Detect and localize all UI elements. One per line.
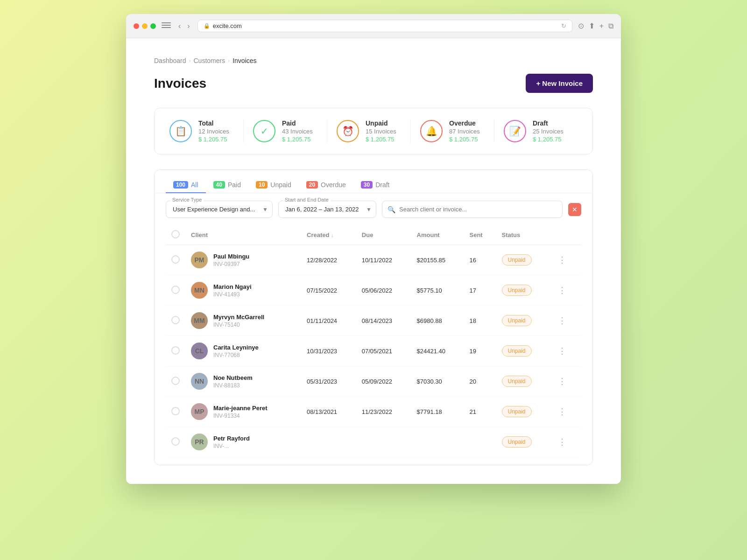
total-count: 12 Invoices (198, 128, 229, 135)
amount-cell: $5775.10 (411, 275, 464, 306)
stat-draft: 📝 Draft 25 Invoices $ 1,205.75 (494, 119, 578, 143)
service-type-select[interactable]: User Experience Design and... (166, 201, 273, 218)
tab-all[interactable]: 100 All (166, 177, 206, 193)
table-row: MM Myrvyn McGarrell INV-75140 01/11/2024… (166, 306, 581, 336)
breadcrumb: Dashboard › Customers › Invoices (154, 57, 593, 64)
sent-cell: 16 (464, 245, 496, 275)
client-name: Paul Mbingu (213, 253, 249, 260)
col-sent: Sent (464, 225, 496, 245)
tab-draft-label: Draft (375, 181, 389, 189)
client-cell: PM Paul Mbingu INV-09397 (185, 245, 301, 275)
breadcrumb-dashboard[interactable]: Dashboard (154, 57, 186, 64)
avatar: CL (191, 343, 208, 359)
lock-icon: 🔒 (204, 23, 210, 29)
search-clear-button[interactable]: ✕ (568, 203, 581, 216)
draft-label: Draft (533, 119, 564, 127)
row-menu-button[interactable]: ⋮ (556, 253, 568, 267)
row-checkbox[interactable] (171, 437, 180, 446)
sort-created-icon: ↓ (331, 232, 334, 238)
status-badge: Unpaid (502, 285, 532, 296)
status-cell: Unpaid (496, 245, 550, 275)
filter-tabs-container: 100 All 40 Paid 10 Unpaid 20 Overdue 30 (154, 169, 593, 465)
row-checkbox[interactable] (171, 255, 180, 264)
status-badge: Unpaid (502, 376, 532, 387)
row-menu-button[interactable]: ⋮ (556, 435, 568, 449)
sidebar-toggle-icon[interactable] (162, 22, 171, 30)
created-cell: 07/15/2022 (301, 275, 356, 306)
client-invoice-id: INV-09397 (213, 261, 249, 267)
overdue-amount: $ 1,205.75 (449, 136, 480, 143)
row-checkbox[interactable] (171, 346, 180, 355)
breadcrumb-customers[interactable]: Customers (194, 57, 226, 64)
tab-overdue[interactable]: 20 Overdue (299, 177, 353, 193)
client-invoice-id: INV-77068 (213, 352, 259, 358)
draft-info: Draft 25 Invoices $ 1,205.75 (533, 119, 564, 143)
total-icon: 📋 (169, 120, 192, 142)
client-name: Marion Ngayi (213, 283, 252, 290)
invoice-table: Client Created ↓ Due Amount Sent Status (166, 225, 581, 457)
breadcrumb-invoices: Invoices (233, 57, 256, 64)
client-invoice-id: INV-91334 (213, 413, 268, 419)
tab-paid[interactable]: 40 Paid (206, 177, 248, 193)
search-wrapper: 🔍 (382, 201, 563, 218)
new-tab-icon[interactable]: + (599, 22, 604, 30)
date-range-filter: Start and End Date Jan 6, 2022 – Jan 13,… (278, 201, 376, 218)
share-icon[interactable]: ⬆ (589, 21, 595, 30)
client-name: Noe Nutbeem (213, 374, 253, 381)
tabs-icon[interactable]: ⧉ (608, 22, 613, 30)
page-title: Invoices (154, 76, 206, 91)
unpaid-amount: $ 1,205.75 (366, 136, 396, 143)
service-type-filter: Service Type User Experience Design and.… (166, 201, 273, 218)
search-input[interactable] (382, 201, 563, 218)
stats-container: 📋 Total 12 Invoices $ 1,205.75 ✓ Paid 43… (154, 108, 593, 154)
address-bar[interactable]: 🔒 excite.com ↻ (197, 20, 572, 32)
filters-row: Service Type User Experience Design and.… (155, 193, 592, 225)
client-cell: PR Petr Rayford INV-... (185, 427, 301, 457)
col-checkbox (166, 225, 185, 245)
client-name: Carita Leyninye (213, 344, 259, 351)
client-invoice-id: INV-75140 (213, 322, 264, 328)
col-created[interactable]: Created ↓ (301, 225, 356, 245)
back-button[interactable]: ‹ (176, 21, 183, 31)
row-checkbox[interactable] (171, 377, 180, 385)
client-invoice-id: INV-88183 (213, 382, 253, 389)
tab-draft[interactable]: 30 Draft (353, 177, 397, 193)
refresh-icon[interactable]: ↻ (561, 22, 566, 29)
tab-unpaid[interactable]: 10 Unpaid (248, 177, 299, 193)
date-range-select[interactable]: Jan 6, 2022 – Jan 13, 2022 (278, 201, 376, 218)
maximize-button[interactable] (150, 23, 156, 29)
draft-icon: 📝 (504, 120, 526, 142)
status-badge: Unpaid (502, 345, 532, 357)
total-amount: $ 1,205.75 (198, 136, 229, 143)
tab-overdue-label: Overdue (321, 181, 346, 189)
paid-count: 43 Invoices (282, 128, 313, 135)
tab-paid-label: Paid (228, 181, 241, 189)
row-checkbox[interactable] (171, 316, 180, 324)
col-client: Client (185, 225, 301, 245)
minimize-button[interactable] (142, 23, 148, 29)
tab-all-label: All (191, 181, 198, 189)
row-menu-button[interactable]: ⋮ (556, 314, 568, 328)
row-menu-button[interactable]: ⋮ (556, 344, 568, 358)
row-menu-button[interactable]: ⋮ (556, 283, 568, 297)
tab-overdue-count: 20 (306, 181, 318, 189)
new-invoice-button[interactable]: + New Invoice (526, 74, 593, 93)
close-button[interactable] (134, 23, 139, 29)
forward-button[interactable]: › (185, 21, 191, 31)
unpaid-icon: ⏰ (337, 120, 359, 142)
history-icon[interactable]: ⊙ (578, 21, 584, 30)
traffic-lights (134, 23, 156, 29)
page-header: Invoices + New Invoice (154, 74, 593, 93)
select-all-checkbox[interactable] (171, 230, 180, 238)
row-checkbox[interactable] (171, 286, 180, 294)
avatar: PR (191, 434, 208, 450)
client-cell: NN Noe Nutbeem INV-88183 (185, 366, 301, 397)
tab-draft-count: 30 (361, 181, 373, 189)
row-menu-button[interactable]: ⋮ (556, 374, 568, 388)
col-status: Status (496, 225, 550, 245)
row-checkbox[interactable] (171, 407, 180, 415)
row-menu-button[interactable]: ⋮ (556, 405, 568, 419)
col-actions (550, 225, 581, 245)
row-checkbox-cell (166, 245, 185, 275)
table-row: CL Carita Leyninye INV-77068 10/31/2023 … (166, 336, 581, 366)
